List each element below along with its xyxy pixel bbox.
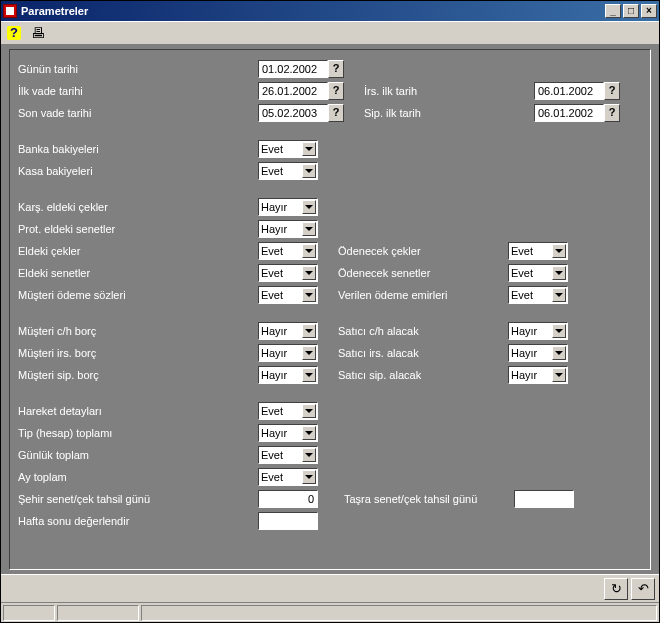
- status-cell-1: [3, 605, 55, 621]
- select-value: Hayır: [511, 369, 537, 381]
- chevron-down-icon: [302, 404, 316, 418]
- label-satici-ch-alacak: Satıcı c/h alacak: [338, 325, 508, 337]
- select-satici-ch-alacak[interactable]: Hayır: [508, 322, 568, 340]
- chevron-down-icon: [302, 200, 316, 214]
- select-kasa-bakiyeleri[interactable]: Evet: [258, 162, 318, 180]
- label-verilen-odeme-emirleri: Verilen ödeme emirleri: [338, 289, 508, 301]
- input-irs-ilk-tarih[interactable]: [534, 82, 604, 100]
- label-satici-irs-alacak: Satıcı irs. alacak: [338, 347, 508, 359]
- label-sehir-tahsil: Şehir senet/çek tahsil günü: [18, 493, 258, 505]
- label-musteri-sip-borc: Müşteri sip. borç: [18, 369, 258, 381]
- select-satici-sip-alacak[interactable]: Hayır: [508, 366, 568, 384]
- input-gunun-tarihi[interactable]: [258, 60, 328, 78]
- chevron-down-icon: [552, 266, 566, 280]
- picker-irs-ilk-tarih[interactable]: ?: [604, 82, 620, 100]
- app-icon: [3, 4, 17, 18]
- label-gunluk-toplam: Günlük toplam: [18, 449, 258, 461]
- chevron-down-icon: [552, 368, 566, 382]
- picker-sip-ilk-tarih[interactable]: ?: [604, 104, 620, 122]
- select-gunluk-toplam[interactable]: Evet: [258, 446, 318, 464]
- select-odenecek-cekler[interactable]: Evet: [508, 242, 568, 260]
- select-musteri-odeme-sozleri[interactable]: Evet: [258, 286, 318, 304]
- chevron-down-icon: [552, 244, 566, 258]
- minimize-button[interactable]: _: [605, 4, 621, 18]
- chevron-down-icon: [302, 426, 316, 440]
- label-ilk-vade-tarihi: İlk vade tarihi: [18, 85, 258, 97]
- select-tip-hesap-toplami[interactable]: Hayır: [258, 424, 318, 442]
- input-tasra-tahsil[interactable]: [514, 490, 574, 508]
- input-sip-ilk-tarih[interactable]: [534, 104, 604, 122]
- chevron-down-icon: [302, 244, 316, 258]
- help-button[interactable]: ?: [3, 23, 25, 43]
- window: Parametreler _ □ × ? 🖶 Günün tarihi ? İl…: [0, 0, 660, 623]
- label-kasa-bakiyeleri: Kasa bakiyeleri: [18, 165, 258, 177]
- select-ay-toplam[interactable]: Evet: [258, 468, 318, 486]
- status-cell-3: [141, 605, 657, 621]
- label-prot-eldeki-senetler: Prot. eldeki senetler: [18, 223, 258, 235]
- label-tasra-tahsil: Taşra senet/çek tahsil günü: [344, 493, 514, 505]
- maximize-button[interactable]: □: [623, 4, 639, 18]
- select-prot-eldeki-senetler[interactable]: Hayır: [258, 220, 318, 238]
- label-hareket-detaylari: Hareket detayları: [18, 405, 258, 417]
- select-odenecek-senetler[interactable]: Evet: [508, 264, 568, 282]
- select-verilen-odeme-emirleri[interactable]: Evet: [508, 286, 568, 304]
- chevron-down-icon: [302, 324, 316, 338]
- input-sehir-tahsil[interactable]: [258, 490, 318, 508]
- chevron-down-icon: [302, 346, 316, 360]
- label-tip-hesap-toplami: Tip (hesap) toplamı: [18, 427, 258, 439]
- label-irs-ilk-tarih: İrs. ilk tarih: [364, 85, 534, 97]
- chevron-down-icon: [302, 448, 316, 462]
- select-banka-bakiyeleri[interactable]: Evet: [258, 140, 318, 158]
- label-ay-toplam: Ay toplam: [18, 471, 258, 483]
- select-musteri-sip-borc[interactable]: Hayır: [258, 366, 318, 384]
- titlebar: Parametreler _ □ ×: [1, 1, 659, 21]
- input-hafta-sonu[interactable]: [258, 512, 318, 530]
- chevron-down-icon: [302, 142, 316, 156]
- refresh-button[interactable]: ↻: [604, 578, 628, 600]
- select-value: Hayır: [261, 347, 287, 359]
- select-value: Evet: [261, 405, 283, 417]
- select-value: Hayır: [261, 325, 287, 337]
- form-body: Günün tarihi ? İlk vade tarihi ? İrs. il…: [1, 45, 659, 574]
- label-musteri-odeme-sozleri: Müşteri ödeme sözleri: [18, 289, 258, 301]
- picker-son-vade-tarihi[interactable]: ?: [328, 104, 344, 122]
- toolbar: ? 🖶: [1, 21, 659, 45]
- help-icon: ?: [7, 26, 21, 40]
- chevron-down-icon: [552, 346, 566, 360]
- select-satici-irs-alacak[interactable]: Hayır: [508, 344, 568, 362]
- print-icon: 🖶: [31, 25, 45, 41]
- select-value: Evet: [261, 449, 283, 461]
- select-value: Evet: [261, 289, 283, 301]
- input-son-vade-tarihi[interactable]: [258, 104, 328, 122]
- input-ilk-vade-tarihi[interactable]: [258, 82, 328, 100]
- select-value: Evet: [511, 245, 533, 257]
- select-eldeki-senetler[interactable]: Evet: [258, 264, 318, 282]
- chevron-down-icon: [302, 470, 316, 484]
- select-musteri-ch-borc[interactable]: Hayır: [258, 322, 318, 340]
- print-button[interactable]: 🖶: [27, 23, 49, 43]
- select-value: Evet: [261, 165, 283, 177]
- chevron-down-icon: [302, 266, 316, 280]
- undo-button[interactable]: ↶: [631, 578, 655, 600]
- label-kars-eldeki-cekler: Karş. eldeki çekler: [18, 201, 258, 213]
- window-title: Parametreler: [21, 5, 603, 17]
- label-musteri-ch-borc: Müşteri c/h borç: [18, 325, 258, 337]
- select-value: Evet: [511, 267, 533, 279]
- picker-ilk-vade-tarihi[interactable]: ?: [328, 82, 344, 100]
- select-hareket-detaylari[interactable]: Evet: [258, 402, 318, 420]
- picker-gunun-tarihi[interactable]: ?: [328, 60, 344, 78]
- select-value: Hayır: [261, 223, 287, 235]
- label-sip-ilk-tarih: Sip. ilk tarih: [364, 107, 534, 119]
- chevron-down-icon: [302, 222, 316, 236]
- label-satici-sip-alacak: Satıcı sip. alacak: [338, 369, 508, 381]
- bottom-toolbar: ↻ ↶: [1, 574, 659, 602]
- select-value: Evet: [261, 143, 283, 155]
- select-kars-eldeki-cekler[interactable]: Hayır: [258, 198, 318, 216]
- label-eldeki-cekler: Eldeki çekler: [18, 245, 258, 257]
- select-musteri-irs-borc[interactable]: Hayır: [258, 344, 318, 362]
- select-value: Hayır: [511, 325, 537, 337]
- close-button[interactable]: ×: [641, 4, 657, 18]
- select-eldeki-cekler[interactable]: Evet: [258, 242, 318, 260]
- status-bar: [1, 602, 659, 622]
- label-banka-bakiyeleri: Banka bakiyeleri: [18, 143, 258, 155]
